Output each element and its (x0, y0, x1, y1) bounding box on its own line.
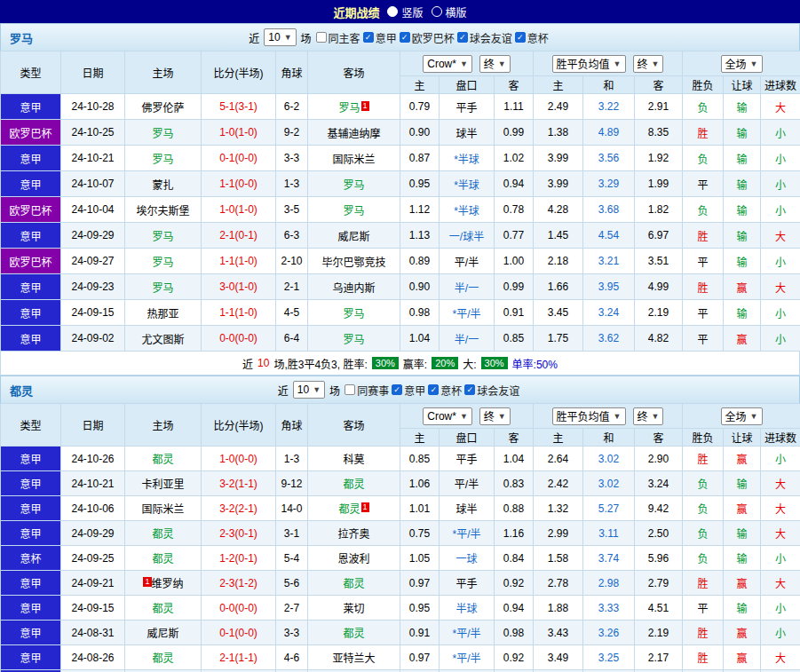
handicap-result-cell: 输 (724, 249, 761, 274)
avg-draw-cell: 4.54 (583, 223, 635, 249)
team-link[interactable]: 威尼斯 (147, 628, 178, 640)
away-team-cell: 科莫 (308, 447, 400, 471)
team-link[interactable]: 恩波利 (337, 553, 369, 565)
radio-selected-icon[interactable] (387, 6, 398, 17)
col-handicap-result: 让球 (724, 429, 761, 447)
filter-checkbox[interactable]: 同主客 (316, 30, 360, 45)
team-link[interactable]: 罗马 (152, 128, 173, 140)
team-link[interactable]: 威尼斯 (337, 231, 369, 243)
checkbox-icon[interactable]: ✓ (400, 32, 410, 43)
team-link[interactable]: 罗马 (343, 308, 364, 320)
league-cell: 欧罗巴杯 (1, 249, 61, 274)
radio-unselected-icon[interactable] (432, 6, 442, 17)
avg-odds-select[interactable]: 胜平负均值▼ (552, 55, 626, 73)
team-link[interactable]: 佛罗伦萨 (141, 102, 184, 115)
team-link[interactable]: 国际米兰 (141, 503, 184, 516)
games-label: 场 (329, 383, 340, 398)
summary-bar-roma: 近10场,胜3平4负3, 胜率:30%赢率:20%大:30%单率:50% (0, 352, 800, 376)
home-odds-cell: 0.95 (400, 596, 440, 621)
scope-select[interactable]: 全场▼ (721, 407, 763, 425)
filter-checkbox[interactable]: ✓意杯 (428, 383, 462, 398)
team-link[interactable]: 都灵 (152, 528, 173, 541)
team-link[interactable]: 都灵 (343, 578, 364, 590)
team-link[interactable]: 罗马 (343, 334, 364, 346)
team-link[interactable]: 罗马 (338, 102, 360, 115)
away-team-cell: 国际米兰 (308, 146, 400, 171)
team-link[interactable]: 罗马 (152, 257, 173, 269)
company-select[interactable]: Crow*▼ (423, 407, 472, 425)
match-count-select[interactable]: 10▼ (264, 28, 296, 46)
corner-cell: 9-12 (276, 471, 308, 496)
checkbox-icon[interactable]: ✓ (464, 384, 475, 395)
corner-cell: 6-2 (276, 94, 308, 120)
team-link[interactable]: 都灵 (343, 478, 364, 491)
handicap-cell: *半球 (440, 197, 495, 223)
final-select-2[interactable]: 终▼ (633, 407, 664, 425)
checkbox-icon[interactable] (345, 384, 355, 395)
final-select[interactable]: 终▼ (479, 407, 511, 425)
team-link[interactable]: 卡利亚里 (141, 478, 184, 491)
checkbox-icon[interactable]: ✓ (392, 384, 402, 395)
checkbox-icon[interactable]: ✓ (515, 32, 526, 43)
date-cell: 24-09-15 (61, 300, 125, 326)
team-link[interactable]: 都灵 (338, 503, 360, 516)
handicap-cell: *平/半 (440, 621, 495, 645)
team-link[interactable]: 拉齐奥 (337, 528, 369, 541)
filter-checkbox[interactable]: ✓意甲 (392, 383, 425, 398)
match-count-value: 10 (268, 31, 280, 43)
match-count-select[interactable]: 10▼ (293, 381, 325, 399)
team-link[interactable]: 尤文图斯 (141, 334, 184, 346)
handicap-cell: 球半 (440, 496, 495, 521)
team-link[interactable]: 国际米兰 (332, 154, 375, 166)
team-link[interactable]: 罗马 (152, 282, 173, 295)
company-select[interactable]: Crow*▼ (423, 55, 472, 73)
filter-checkbox[interactable]: ✓意杯 (515, 30, 549, 45)
handicap-cell: 一/球半 (440, 223, 495, 249)
team-link[interactable]: 都灵 (152, 652, 173, 665)
team-link[interactable]: 科莫 (343, 454, 364, 466)
team-link[interactable]: 维罗纳 (152, 578, 184, 590)
handicap-cell: 平/半 (440, 471, 495, 496)
filter-checkbox[interactable]: ✓球会友谊 (457, 30, 512, 45)
layout-radio-horizontal[interactable]: 横版 (432, 4, 467, 20)
final-select[interactable]: 终▼ (479, 55, 511, 73)
team-link[interactable]: 罗马 (343, 205, 364, 217)
team-link[interactable]: 罗马 (343, 179, 364, 192)
layout-radio-vertical[interactable]: 竖版 (387, 4, 423, 20)
checkbox-icon[interactable]: ✓ (428, 384, 439, 395)
away-odds-cell: 0.83 (495, 471, 534, 496)
team-link[interactable]: 毕尔巴鄂竞技 (321, 257, 385, 269)
team-link[interactable]: 都灵 (152, 553, 173, 565)
scope-select[interactable]: 全场▼ (721, 55, 763, 73)
date-cell: 24-10-26 (61, 447, 125, 471)
team-link[interactable]: 都灵 (152, 454, 173, 466)
checkbox-icon[interactable] (316, 32, 327, 43)
home-team-cell: 尤文图斯 (125, 326, 202, 352)
team-link[interactable]: 热那亚 (147, 308, 178, 320)
checkbox-icon[interactable]: ✓ (457, 32, 468, 43)
filter-checkbox[interactable]: ✓欧罗巴杯 (400, 30, 455, 45)
team-link[interactable]: 埃尔夫斯堡 (136, 205, 189, 217)
col-score: 比分(半场) (202, 51, 276, 94)
team-link[interactable]: 亚特兰大 (332, 652, 375, 665)
date-cell: 24-09-27 (61, 249, 125, 274)
filter-checkbox[interactable]: ✓意甲 (363, 30, 397, 45)
team-link[interactable]: 都灵 (343, 628, 364, 640)
team-link[interactable]: 罗马 (152, 154, 173, 166)
avg-odds-select[interactable]: 胜平负均值▼ (552, 407, 626, 425)
score-cell: 1-2(0-1) (202, 546, 276, 571)
team-link[interactable]: 罗马 (152, 231, 173, 243)
team-link[interactable]: 都灵 (152, 603, 173, 615)
avg-away-cell: 2.19 (635, 621, 683, 645)
final-select-2[interactable]: 终▼ (633, 55, 664, 73)
team-link[interactable]: 乌迪内斯 (332, 282, 375, 295)
team-link[interactable]: 莱切 (343, 603, 364, 615)
league-cell: 欧罗巴杯 (1, 197, 61, 223)
team-link[interactable]: 基辅迪纳摩 (327, 128, 380, 140)
result-cell: 负 (683, 471, 724, 496)
filter-checkbox[interactable]: 同赛事 (345, 383, 389, 398)
checkbox-icon[interactable]: ✓ (363, 32, 374, 43)
team-link[interactable]: 蒙扎 (152, 179, 173, 192)
filter-checkbox[interactable]: ✓球会友谊 (464, 383, 519, 398)
handicap-cell: *半球 (440, 171, 495, 197)
